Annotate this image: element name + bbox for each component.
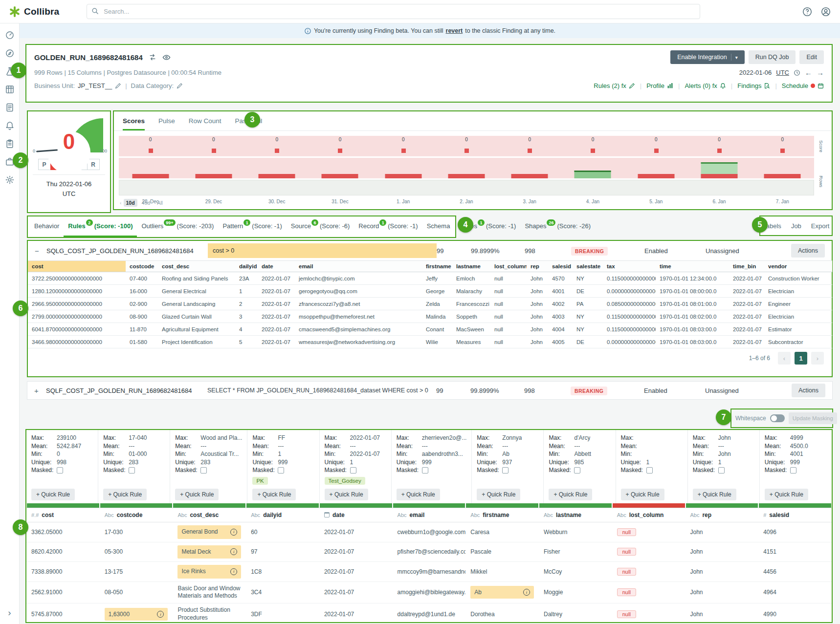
quick-rule-button[interactable]: + Quick Rule (103, 489, 147, 500)
quick-rule-button[interactable]: + Quick Rule (31, 489, 75, 500)
column-header-cost[interactable]: cost (28, 261, 126, 272)
quick-rule-button[interactable]: + Quick Rule (477, 489, 520, 500)
pencil-icon[interactable] (177, 83, 183, 89)
header-link-profile[interactable]: Profile (646, 82, 673, 89)
chevron-right-icon[interactable]: › (8, 607, 11, 618)
quick-rule-button[interactable]: + Quick Rule (693, 489, 736, 500)
masked-checkbox[interactable] (422, 467, 428, 473)
column-header-lastname[interactable]: lastname (452, 261, 490, 272)
next-run-arrow[interactable]: → (817, 68, 824, 77)
tab-pattern[interactable]: Pattern1(Score: -1) (218, 216, 286, 237)
eye-icon[interactable] (162, 53, 171, 62)
run-dq-job-button[interactable]: Run DQ Job (749, 50, 796, 64)
masked-checkbox[interactable] (574, 467, 580, 473)
column-header-rep[interactable]: Abcrep (685, 508, 758, 522)
clock-icon[interactable] (794, 69, 800, 76)
tab-rules[interactable]: Rules2(Score: -100) (64, 216, 137, 237)
range-10d[interactable]: 10d (124, 199, 137, 207)
help-icon[interactable] (802, 6, 813, 17)
pagination-page-1[interactable]: 1 (795, 352, 807, 365)
prev-run-arrow[interactable]: ← (805, 68, 812, 77)
column-header-firstname[interactable]: Abcfirstname (465, 508, 539, 522)
column-header-time_bin[interactable]: time_bin (729, 261, 764, 272)
column-header-lost_column[interactable]: lost_column (490, 261, 527, 272)
reports-icon[interactable] (5, 103, 15, 112)
masked-checkbox[interactable] (646, 467, 653, 473)
datasets-icon[interactable] (5, 85, 15, 94)
enable-integration-button[interactable]: Enable Integration ▾ (670, 50, 745, 64)
quick-rule-button[interactable]: + Quick Rule (175, 489, 219, 500)
column-header-date[interactable]: date (258, 261, 295, 272)
header-link-findings[interactable]: Findings (737, 82, 770, 89)
jobs-icon[interactable] (5, 139, 15, 149)
whitespace-toggle[interactable] (770, 414, 785, 422)
range-45d[interactable]: 45d (139, 199, 153, 207)
column-header-time[interactable]: time (656, 261, 729, 272)
collapse-icon[interactable]: − (35, 247, 46, 255)
header-link-alerts-0-fx[interactable]: Alerts (0) fx (685, 82, 726, 89)
tab-outliers[interactable]: Outliers99+(Score: -203) (137, 216, 218, 237)
masked-checkbox[interactable] (718, 467, 725, 473)
quick-rule-button[interactable]: + Quick Rule (325, 489, 368, 500)
column-header-firstname[interactable]: firstname (422, 261, 452, 272)
column-header-cost_desc[interactable]: Abccost_desc (173, 508, 246, 522)
column-header-tax[interactable]: tax (603, 261, 656, 272)
rule-condition[interactable]: cost > 0 (208, 243, 437, 258)
pencil-icon[interactable] (115, 83, 121, 89)
column-header-email[interactable]: Abcemail (393, 508, 466, 522)
column-header-salesid[interactable]: salesid (548, 261, 573, 272)
column-header-costcode[interactable]: Abccostcode (100, 508, 173, 522)
action-export[interactable]: Export (811, 222, 830, 230)
column-header-dailyid[interactable]: Abcdailyid (246, 508, 319, 522)
utc-link[interactable]: UTC (776, 69, 789, 76)
quick-rule-button[interactable]: + Quick Rule (621, 489, 664, 500)
tab-record[interactable]: Record1(Score: -1) (354, 216, 422, 237)
chart-tab-pulse[interactable]: Pulse (158, 111, 175, 130)
masked-checkbox[interactable] (129, 467, 135, 473)
edit-button[interactable]: Edit (799, 50, 824, 64)
info-icon[interactable]: i (230, 568, 237, 575)
update-masking-button[interactable]: Update Masking (789, 412, 837, 424)
info-icon[interactable]: i (230, 548, 237, 555)
column-header-salestate[interactable]: salestate (573, 261, 603, 272)
actions-button[interactable]: Actions (792, 384, 825, 397)
column-header-salesid[interactable]: #salesid (758, 508, 832, 522)
column-header-rep[interactable]: rep (527, 261, 548, 272)
revert-link[interactable]: revert (446, 27, 463, 34)
quick-rule-button[interactable]: + Quick Rule (252, 489, 296, 500)
quick-rule-button[interactable]: + Quick Rule (397, 489, 440, 500)
masked-checkbox[interactable] (790, 467, 796, 473)
rule-condition[interactable]: SELECT * FROM JP_GOLDEN_RUN_168968248168… (207, 387, 428, 394)
range-back-arrow[interactable]: ‹ (120, 200, 122, 206)
settings-icon[interactable] (5, 175, 15, 185)
action-job[interactable]: Job (791, 222, 801, 230)
info-icon[interactable]: i (230, 529, 237, 536)
search-input[interactable] (87, 4, 700, 19)
explore-icon[interactable] (5, 48, 15, 58)
actions-button[interactable]: Actions (791, 244, 825, 258)
masked-checkbox[interactable] (350, 467, 356, 473)
column-header-cost[interactable]: #.#cost (26, 508, 100, 522)
tab-source[interactable]: Source6(Score: -6) (287, 216, 354, 237)
column-header-date[interactable]: date (319, 508, 393, 522)
masked-checkbox[interactable] (200, 467, 207, 473)
info-icon[interactable]: i (157, 611, 164, 618)
header-link-schedule[interactable]: Schedule (782, 82, 824, 89)
chart-tab-scores[interactable]: Scores (123, 111, 145, 130)
masked-checkbox[interactable] (502, 467, 508, 473)
column-header-vendor[interactable]: vendor (764, 261, 832, 272)
column-header-email[interactable]: email (295, 261, 422, 272)
tab-behavior[interactable]: Behavior (30, 216, 64, 237)
collibra-logo[interactable]: Collibra (9, 6, 59, 18)
column-header-costcode[interactable]: costcode (126, 261, 158, 272)
pagination-next[interactable]: › (811, 352, 824, 365)
range-all[interactable]: All (155, 199, 165, 207)
column-header-dailyid[interactable]: dailyid (235, 261, 258, 272)
masked-checkbox[interactable] (57, 467, 63, 473)
chart-tab-row-count[interactable]: Row Count (189, 111, 221, 130)
column-header-lost_column[interactable]: Abclost_column (612, 508, 685, 522)
dashboard-icon[interactable] (5, 30, 15, 40)
column-header-lastname[interactable]: Abclastname (539, 508, 612, 522)
tab-schema[interactable]: Schema (422, 216, 455, 237)
quick-rule-button[interactable]: + Quick Rule (549, 489, 592, 500)
